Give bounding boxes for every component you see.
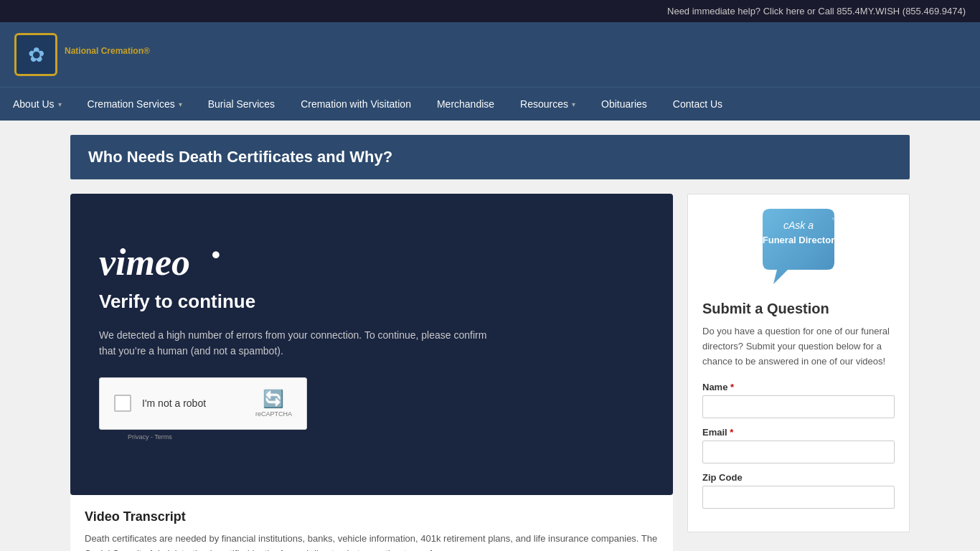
name-field-group: Name * bbox=[702, 382, 895, 418]
ask-bubble-wrapper: cAsk a Funeral Director ™ bbox=[755, 209, 842, 288]
recaptcha-icon: 🔄 bbox=[263, 389, 284, 409]
recaptcha-label: I'm not a robot bbox=[142, 397, 245, 409]
logo-icon: ✿ bbox=[14, 33, 57, 76]
page-title-bar: Who Needs Death Certificates and Why? bbox=[70, 135, 910, 179]
vimeo-logo: vimeo bbox=[99, 241, 190, 283]
svg-text:Funeral Director: Funeral Director bbox=[763, 235, 834, 245]
nav-link[interactable]: About Us▾ bbox=[0, 88, 75, 121]
transcript-section: Video Transcript Death certificates are … bbox=[70, 495, 673, 551]
nav-item-merchandise[interactable]: Merchandise bbox=[424, 88, 507, 121]
ask-description: Do you have a question for one of our fu… bbox=[702, 324, 895, 369]
nav-item-contact-us[interactable]: Contact Us bbox=[660, 88, 735, 121]
email-field-group: Email * bbox=[702, 427, 895, 463]
verify-text: We detected a high number of errors from… bbox=[99, 327, 494, 359]
nav-item-obituaries[interactable]: Obituaries bbox=[588, 88, 660, 121]
zip-input[interactable] bbox=[702, 486, 895, 509]
page-wrapper: Who Needs Death Certificates and Why? vi… bbox=[60, 121, 920, 551]
main-content: vimeo Verify to continue We detected a h… bbox=[70, 194, 673, 551]
recaptcha-checkbox[interactable] bbox=[114, 395, 131, 412]
nav-link[interactable]: Resources▾ bbox=[507, 88, 588, 121]
nav-item-cremation-services[interactable]: Cremation Services▾ bbox=[75, 88, 195, 121]
ask-bubble-svg: cAsk a Funeral Director ™ bbox=[755, 209, 842, 288]
site-header: ✿ National Cremation® bbox=[0, 22, 980, 87]
svg-text:cAsk a: cAsk a bbox=[783, 220, 814, 231]
recaptcha-widget[interactable]: I'm not a robot 🔄 reCAPTCHA Privacy - Te… bbox=[99, 377, 307, 441]
logo-text: National Cremation® bbox=[65, 43, 150, 66]
top-banner-text: Need immediate help? Click here or Call … bbox=[667, 6, 966, 17]
content-area: vimeo Verify to continue We detected a h… bbox=[70, 194, 910, 551]
page-title: Who Needs Death Certificates and Why? bbox=[88, 148, 392, 166]
ask-icon-container: cAsk a Funeral Director ™ bbox=[702, 209, 895, 290]
main-nav: About Us▾Cremation Services▾Burial Servi… bbox=[0, 87, 980, 121]
nav-link[interactable]: Cremation with Visitation bbox=[288, 88, 424, 121]
name-label: Name * bbox=[702, 382, 895, 392]
nav-item-about-us[interactable]: About Us▾ bbox=[0, 88, 75, 121]
recaptcha-privacy: Privacy - Terms bbox=[128, 433, 307, 441]
nav-link[interactable]: Merchandise bbox=[424, 88, 507, 121]
recaptcha-logo: 🔄 reCAPTCHA bbox=[255, 389, 292, 419]
transcript-text: Death certificates are needed by financi… bbox=[85, 532, 659, 551]
email-input[interactable] bbox=[702, 441, 895, 463]
recaptcha-brand: reCAPTCHA bbox=[255, 410, 292, 419]
sidebar: cAsk a Funeral Director ™ Submit a Quest… bbox=[687, 194, 910, 551]
nav-item-burial-services[interactable]: Burial Services bbox=[195, 88, 288, 121]
dropdown-arrow-icon: ▾ bbox=[572, 100, 575, 108]
nav-item-resources[interactable]: Resources▾ bbox=[507, 88, 588, 121]
ask-card: cAsk a Funeral Director ™ Submit a Quest… bbox=[687, 194, 910, 532]
nav-link[interactable]: Obituaries bbox=[588, 88, 660, 121]
nav-item-cremation-with-visitation[interactable]: Cremation with Visitation bbox=[288, 88, 424, 121]
svg-text:™: ™ bbox=[831, 217, 837, 223]
dropdown-arrow-icon: ▾ bbox=[179, 100, 182, 108]
email-label: Email * bbox=[702, 427, 895, 438]
ask-title: Submit a Question bbox=[702, 301, 895, 317]
nav-link[interactable]: Burial Services bbox=[195, 88, 288, 121]
transcript-title: Video Transcript bbox=[85, 509, 659, 524]
top-banner: Need immediate help? Click here or Call … bbox=[0, 0, 980, 22]
logo-container[interactable]: ✿ National Cremation® bbox=[14, 33, 150, 76]
name-input[interactable] bbox=[702, 395, 895, 418]
dropdown-arrow-icon: ▾ bbox=[58, 100, 62, 108]
nav-link[interactable]: Cremation Services▾ bbox=[75, 88, 195, 121]
nav-link[interactable]: Contact Us bbox=[660, 88, 735, 121]
zip-field-group: Zip Code bbox=[702, 472, 895, 509]
verify-title: Verify to continue bbox=[99, 291, 255, 313]
video-container: vimeo Verify to continue We detected a h… bbox=[70, 194, 673, 495]
zip-label: Zip Code bbox=[702, 472, 895, 483]
